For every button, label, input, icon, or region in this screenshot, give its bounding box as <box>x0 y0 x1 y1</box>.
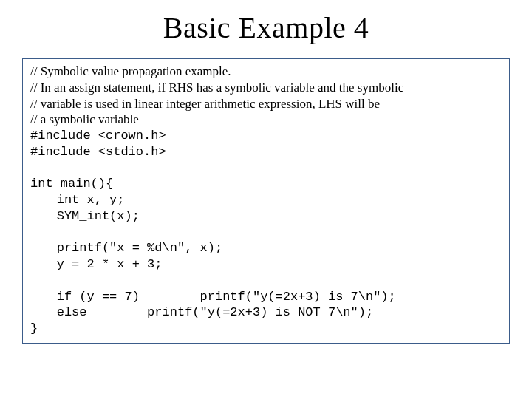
comment-line-3: // variable is used in linear integer ar… <box>30 96 502 112</box>
slide-title: Basic Example 4 <box>22 10 510 45</box>
else-line: else printf("y(=2x+3) is NOT 7\n"); <box>30 304 502 321</box>
comment-line-1: // Symbolic value propagation example. <box>30 64 502 80</box>
comment-line-2: // In an assign statement, if RHS has a … <box>30 80 502 96</box>
include-line-2: #include <stdio.h> <box>30 144 502 160</box>
printf-x: printf("x = %d\n", x); <box>30 240 502 256</box>
if-line: if (y == 7) printf("y(=2x+3) is 7\n"); <box>30 289 502 305</box>
var-decl: int x, y; <box>30 192 502 208</box>
blank-line <box>30 160 502 177</box>
comment-line-4: // a symbolic variable <box>30 112 502 128</box>
assign-y: y = 2 * x + 3; <box>30 256 502 273</box>
sym-init: SYM_int(x); <box>30 208 502 225</box>
code-box: // Symbolic value propagation example. /… <box>22 58 510 344</box>
main-signature: int main(){ <box>30 176 502 192</box>
slide: Basic Example 4 // Symbolic value propag… <box>0 0 532 399</box>
include-line-1: #include <crown.h> <box>30 128 502 144</box>
blank-line <box>30 225 502 241</box>
blank-line <box>30 273 502 289</box>
close-brace: } <box>30 321 502 337</box>
